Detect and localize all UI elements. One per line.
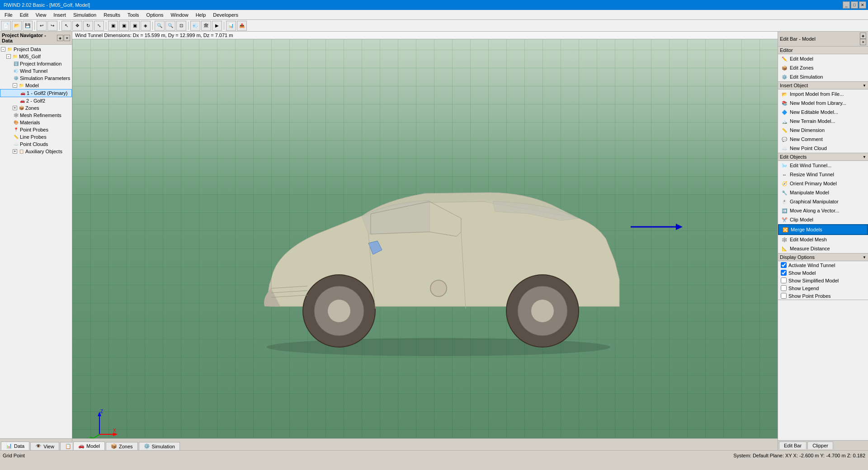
tb-view-front[interactable]: ▣ bbox=[108, 21, 118, 31]
new-dimension-item[interactable]: 📏 New Dimension bbox=[778, 126, 868, 135]
show-model-checkbox[interactable]: Show Model bbox=[778, 269, 868, 277]
tree-m05golf[interactable]: - 📁 M05_Golf bbox=[0, 53, 72, 60]
tab-view[interactable]: 👁️ View bbox=[30, 442, 59, 450]
tb-rotate[interactable]: ↻ bbox=[83, 21, 93, 31]
expand-model[interactable]: - bbox=[13, 83, 17, 88]
edit-simulation-item[interactable]: ⚙️ Edit Simulation bbox=[778, 72, 868, 81]
orient-primary-model-item[interactable]: 🧭 Orient Primary Model bbox=[778, 179, 868, 188]
edit-bar-close-btn[interactable]: ✕ bbox=[860, 39, 866, 45]
tb-select[interactable]: ↖ bbox=[61, 21, 71, 31]
tb-view-top[interactable]: ▣ bbox=[119, 21, 129, 31]
menu-tools[interactable]: Tools bbox=[124, 11, 143, 19]
tree-point-probes[interactable]: 📍 Point Probes bbox=[0, 126, 72, 133]
menu-help[interactable]: Help bbox=[192, 11, 210, 19]
edit-wind-tunnel-item[interactable]: 🌬️ Edit Wind Tunnel... bbox=[778, 161, 868, 170]
tree-point-clouds[interactable]: ☁️ Point Clouds bbox=[0, 141, 72, 148]
car-viewport-area[interactable] bbox=[108, 68, 769, 428]
edit-bar-tab[interactable]: Edit Bar bbox=[779, 442, 807, 449]
menu-insert[interactable]: Insert bbox=[50, 11, 70, 19]
graphical-manipulator-item[interactable]: 🖱️ Graphical Manipulator bbox=[778, 197, 868, 206]
menu-options[interactable]: Options bbox=[143, 11, 167, 19]
tb-export[interactable]: 📤 bbox=[237, 21, 247, 31]
point-probes-checkbox-input[interactable] bbox=[781, 293, 787, 299]
manipulate-model-item[interactable]: 🔧 Manipulate Model bbox=[778, 188, 868, 197]
activate-wind-tunnel-checkbox[interactable]: Activate Wind Tunnel bbox=[778, 261, 868, 269]
clipper-tab[interactable]: Clipper bbox=[807, 442, 833, 449]
minimize-button[interactable]: _ bbox=[843, 1, 850, 9]
viewport-tab-model[interactable]: 🚗 Model bbox=[73, 442, 105, 450]
tab-data[interactable]: 📊 Data bbox=[1, 442, 29, 450]
expand-auxiliary[interactable]: + bbox=[13, 149, 17, 154]
tree-wind-tunnel[interactable]: 💨 Wind Tunnel bbox=[0, 67, 72, 75]
menu-simulation[interactable]: Simulation bbox=[70, 11, 100, 19]
tb-move[interactable]: ✥ bbox=[72, 21, 82, 31]
menu-edit[interactable]: Edit bbox=[16, 11, 32, 19]
viewport-tab-simulation[interactable]: ⚙️ Simulation bbox=[139, 442, 180, 450]
new-point-cloud-item[interactable]: ☁️ New Point Cloud bbox=[778, 144, 868, 153]
maximize-button[interactable]: □ bbox=[851, 1, 858, 9]
menu-view[interactable]: View bbox=[32, 11, 50, 19]
tree-golf2-primary[interactable]: 🚗 1 - Golf2 (Primary) bbox=[0, 89, 72, 97]
expand-m05golf[interactable]: - bbox=[6, 54, 11, 59]
new-editable-model-item[interactable]: 🔷 New Editable Model... bbox=[778, 108, 868, 117]
tree-mesh-ref[interactable]: 🕸️ Mesh Refinements bbox=[0, 112, 72, 119]
tree-golf2[interactable]: 🚗 2 - Golf2 bbox=[0, 97, 72, 104]
expand-project-data[interactable]: - bbox=[1, 47, 5, 52]
wind-tunnel-checkbox-input[interactable] bbox=[781, 262, 787, 268]
new-comment-item[interactable]: 💬 New Comment bbox=[778, 135, 868, 144]
tb-zoom-out[interactable]: 🔍 bbox=[165, 21, 175, 31]
editor-section-header[interactable]: Editor bbox=[778, 47, 868, 54]
show-legend-checkbox[interactable]: Show Legend bbox=[778, 284, 868, 292]
menu-developers[interactable]: Developers bbox=[209, 11, 242, 19]
tb-new[interactable]: 📄 bbox=[1, 21, 11, 31]
edit-bar-float-btn[interactable]: ◈ bbox=[860, 33, 866, 39]
tree-auxiliary[interactable]: + 📋 Auxiliary Objects bbox=[0, 148, 72, 155]
window-controls[interactable]: _ □ ✕ bbox=[843, 1, 866, 9]
tb-save[interactable]: 💾 bbox=[23, 21, 33, 31]
edit-objects-header[interactable]: Edit Objects ▼ bbox=[778, 153, 868, 161]
tb-undo[interactable]: ↩ bbox=[37, 21, 47, 31]
expand-zones[interactable]: + bbox=[13, 106, 17, 110]
show-model-checkbox-input[interactable] bbox=[781, 270, 787, 276]
tb-scale[interactable]: ⤡ bbox=[94, 21, 104, 31]
tree-model[interactable]: - 📁 Model bbox=[0, 82, 72, 89]
viewport-tab-zones[interactable]: 📦 Zones bbox=[106, 442, 138, 450]
tb-view-side[interactable]: ▣ bbox=[130, 21, 140, 31]
merge-models-item[interactable]: 🔀 Merge Models bbox=[778, 224, 868, 235]
simplified-model-checkbox-input[interactable] bbox=[781, 277, 787, 283]
tb-redo[interactable]: ↪ bbox=[47, 21, 57, 31]
show-point-probes-checkbox[interactable]: Show Point Probes bbox=[778, 292, 868, 300]
tree-project-data[interactable]: - 📁 Project Data bbox=[0, 46, 72, 53]
nav-close-btn[interactable]: ✕ bbox=[64, 35, 70, 41]
menu-file[interactable]: File bbox=[1, 11, 16, 19]
close-button[interactable]: ✕ bbox=[859, 1, 866, 9]
clip-model-item[interactable]: ✂️ Clip Model bbox=[778, 215, 868, 224]
display-options-header[interactable]: Display Options ▼ bbox=[778, 254, 868, 261]
legend-checkbox-input[interactable] bbox=[781, 285, 787, 291]
edit-model-mesh-item[interactable]: 🕸️ Edit Model Mesh bbox=[778, 235, 868, 244]
tb-mesh[interactable]: 🕸 bbox=[201, 21, 211, 31]
edit-model-item[interactable]: ✏️ Edit Model bbox=[778, 54, 868, 63]
show-simplified-model-checkbox[interactable]: Show Simplified Model bbox=[778, 277, 868, 284]
tb-open[interactable]: 📂 bbox=[12, 21, 22, 31]
tree-line-probes[interactable]: 📏 Line Probes bbox=[0, 133, 72, 141]
tb-wind[interactable]: 💨 bbox=[190, 21, 200, 31]
tb-view-3d[interactable]: ◈ bbox=[141, 21, 151, 31]
tree-zones[interactable]: + 📦 Zones bbox=[0, 104, 72, 112]
menu-results[interactable]: Results bbox=[100, 11, 124, 19]
tb-results[interactable]: 📊 bbox=[226, 21, 236, 31]
insert-object-header[interactable]: Insert Object ▼ bbox=[778, 82, 868, 89]
menu-window[interactable]: Window bbox=[167, 11, 192, 19]
tree-sim-params[interactable]: ⚙️ Simulation Parameters bbox=[0, 75, 72, 82]
nav-float-btn[interactable]: ◈ bbox=[57, 35, 63, 41]
move-along-vector-item[interactable]: ➡️ Move Along a Vector... bbox=[778, 206, 868, 215]
tree-materials[interactable]: 🎨 Materials bbox=[0, 119, 72, 126]
tb-zoom-fit[interactable]: ⊡ bbox=[176, 21, 186, 31]
tree-project-info[interactable]: ℹ️ Project Information bbox=[0, 60, 72, 67]
measure-distance-item[interactable]: 📐 Measure Distance bbox=[778, 244, 868, 253]
tb-simulate[interactable]: ▶ bbox=[212, 21, 222, 31]
resize-wind-tunnel-item[interactable]: ↔️ Resize Wind Tunnel bbox=[778, 170, 868, 179]
new-terrain-model-item[interactable]: 🏔️ New Terrain Model... bbox=[778, 117, 868, 126]
edit-zones-item[interactable]: 📦 Edit Zones bbox=[778, 63, 868, 72]
new-model-library-item[interactable]: 📚 New Model from Library... bbox=[778, 99, 868, 108]
